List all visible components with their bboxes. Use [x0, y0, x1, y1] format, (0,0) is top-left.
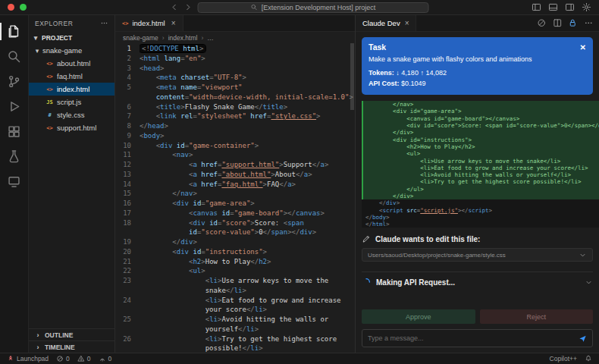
code-line[interactable]: 11 <nav> — [115, 150, 355, 160]
breadcrumb-item[interactable]: index.html — [168, 34, 198, 42]
diff-preview[interactable]: </nav> <div id="game-area"> <canvas id="… — [362, 101, 599, 228]
activity-source-control-icon[interactable] — [0, 69, 29, 94]
code-line[interactable]: 7 <link rel="stylesheet" href="style.css… — [115, 111, 355, 121]
editor-tab-bar: <> index.html × — [115, 15, 355, 32]
zoom-window-button[interactable] — [20, 4, 27, 11]
code-editor[interactable]: 1<!DOCTYPE html>2<html lang="en">3<head>… — [115, 43, 355, 353]
close-window-button[interactable] — [8, 4, 14, 11]
code-line[interactable]: content="width=device-width, initial-sca… — [115, 93, 355, 102]
code-line[interactable]: 8</head> — [115, 121, 355, 131]
code-line[interactable]: 3<head> — [115, 64, 355, 74]
code-line[interactable]: your score</li> — [115, 305, 355, 315]
code-line[interactable]: 18 <div id="score">Score: <span — [115, 218, 355, 228]
chevron-down-icon[interactable] — [585, 278, 593, 287]
code-line[interactable]: possible!</li> — [115, 344, 355, 353]
code-line[interactable]: 25 <li>Avoid hitting the walls or — [115, 315, 355, 325]
code-line[interactable]: 17 <canvas id="game-board"></canvas> — [115, 209, 355, 218]
code-line[interactable]: yourself</li> — [115, 325, 355, 334]
chevron-down-icon[interactable] — [579, 251, 587, 259]
file-path-box[interactable]: Users/saoud/Desktop/project/snake-game/s… — [362, 248, 593, 262]
close-panel-tab-icon[interactable]: × — [405, 19, 409, 27]
activity-extensions-icon[interactable] — [0, 119, 29, 144]
back-icon[interactable] — [171, 3, 179, 11]
code-line[interactable]: 14 <a href="faq.html">FAQ</a> — [115, 180, 355, 190]
approve-button[interactable]: Approve — [362, 309, 475, 324]
statusbar-item-bell[interactable] — [585, 355, 592, 362]
sidebar-header: EXPLORER — [29, 15, 114, 31]
circle-slash-icon[interactable] — [537, 18, 547, 28]
message-input[interactable] — [368, 334, 579, 342]
breadcrumb-item[interactable]: snake-game — [123, 34, 158, 42]
task-close-icon[interactable]: ✕ — [580, 43, 586, 52]
titlebar-layout-controls — [532, 2, 591, 12]
more-actions-icon[interactable] — [584, 18, 594, 28]
lock-icon[interactable] — [568, 18, 578, 28]
outline-section[interactable]: › OUTLINE — [29, 328, 114, 340]
timeline-section[interactable]: › TIMELINE — [29, 340, 114, 353]
radio-icon — [99, 355, 106, 362]
outline-label: OUTLINE — [45, 331, 73, 339]
code-line[interactable]: 22 <ul> — [115, 266, 355, 276]
statusbar-item-radio[interactable]: 0 — [99, 355, 112, 362]
window-controls — [8, 4, 27, 11]
statusbar-item-warning[interactable]: 0 — [77, 355, 91, 362]
activity-remote-explorer-icon[interactable] — [0, 169, 29, 194]
layout-sidebar-right-icon[interactable] — [565, 2, 575, 12]
code-line[interactable]: 13 <a href="about.html">About</a> — [115, 170, 355, 180]
code-line[interactable]: id="score-value">0</span></div> — [115, 228, 355, 237]
code-line[interactable]: snake</li> — [115, 286, 355, 296]
statusbar-item-error[interactable]: 0 — [56, 355, 70, 362]
settings-gear-icon[interactable] — [582, 2, 591, 12]
layout-sidebar-icon[interactable] — [532, 2, 541, 12]
statusbar-item-rocket[interactable]: Launchpad — [7, 355, 49, 362]
code-line[interactable]: 20 <div id="instructions"> — [115, 247, 355, 257]
code-line[interactable]: 16 <div id="game-area"> — [115, 199, 355, 209]
activity-run-debug-icon[interactable] — [0, 94, 29, 119]
file-index.html[interactable]: <>index.html — [29, 83, 114, 96]
code-line[interactable]: 15 </nav> — [115, 189, 355, 199]
send-icon[interactable] — [579, 334, 587, 343]
code-line[interactable]: 19 </div> — [115, 237, 355, 247]
tab-index-html[interactable]: <> index.html × — [115, 15, 183, 31]
editor-scrollbar[interactable] — [350, 43, 354, 110]
activity-explorer-icon[interactable] — [0, 19, 29, 44]
file-support.html[interactable]: <>support.html — [29, 121, 114, 134]
tab-claude-dev[interactable]: Claude Dev × — [356, 15, 416, 31]
forward-icon[interactable] — [184, 3, 193, 11]
command-center-search[interactable]: [Extension Development Host] project — [198, 2, 429, 13]
code-line[interactable]: 9<body> — [115, 131, 355, 141]
code-line[interactable]: 1<!DOCTYPE html> — [115, 44, 355, 54]
file-faq.html[interactable]: <>faq.html — [29, 70, 114, 83]
file-about.html[interactable]: <>about.html — [29, 57, 114, 70]
status-bar: Launchpad000 Copilot++ — [0, 353, 599, 364]
layout-panel-icon[interactable] — [548, 2, 558, 12]
code-line[interactable]: 10 <div id="game-container"> — [115, 141, 355, 151]
file-script.js[interactable]: JSscript.js — [29, 96, 114, 108]
code-line[interactable]: 23 <li>Use arrow keys to move the — [115, 276, 355, 286]
diff-added-line: </div> — [362, 193, 599, 199]
diff-added-line: <div id="instructions"> — [362, 136, 599, 143]
file-style.css[interactable]: #style.css — [29, 108, 114, 121]
close-tab-icon[interactable]: × — [171, 19, 176, 27]
task-card: Task ✕ Make a snake game with flashy col… — [362, 37, 593, 95]
breadcrumb-item[interactable]: … — [207, 34, 214, 42]
explorer-more-actions-icon[interactable] — [100, 19, 108, 27]
code-line[interactable]: 26 <li>Try to get the highest score — [115, 334, 355, 344]
breadcrumb[interactable]: snake-game›index.html›… — [115, 32, 355, 43]
code-line[interactable]: 4 <meta charset="UTF-8"> — [115, 73, 355, 83]
folder-snake-game[interactable]: ▾ snake-game — [29, 44, 114, 57]
diff-line: </body> — [362, 214, 599, 221]
activity-testing-icon[interactable] — [0, 144, 29, 169]
workspace-section[interactable]: ▾ PROJECT — [29, 31, 114, 44]
code-line[interactable]: 24 <li>Eat food to grow and increase — [115, 296, 355, 306]
window-title: [Extension Development Host] project — [262, 4, 376, 11]
reject-button[interactable]: Reject — [480, 309, 594, 324]
activity-search-icon[interactable] — [0, 44, 29, 69]
split-editor-icon[interactable] — [553, 18, 563, 28]
statusbar-item[interactable]: Copilot++ — [550, 355, 577, 362]
code-line[interactable]: 12 <a href="support.html">Support</a> — [115, 160, 355, 170]
code-line[interactable]: 5 <meta name="viewport" — [115, 83, 355, 93]
code-line[interactable]: 2<html lang="en"> — [115, 54, 355, 64]
code-line[interactable]: 21 <h2>How to Play</h2> — [115, 257, 355, 267]
code-line[interactable]: 6 <title>Flashy Snake Game</title> — [115, 102, 355, 112]
